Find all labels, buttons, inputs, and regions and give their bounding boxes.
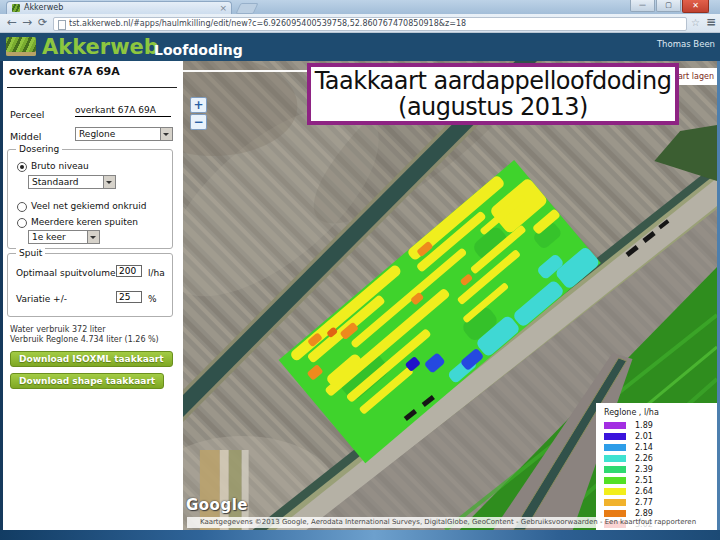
legend-row: 2.26	[604, 453, 717, 464]
legend-value: 2.14	[635, 443, 653, 452]
refresh-icon[interactable]: ⟳	[38, 16, 47, 29]
tab-close-icon[interactable]: ×	[219, 2, 227, 14]
keer-select[interactable]: 1e keer	[28, 230, 100, 244]
screenshot-stage: Akkerweb × — ▢ ✕ ← → ⟳ tst.akkerweb.nl/#…	[0, 0, 720, 540]
volume-unit: l/ha	[148, 268, 165, 278]
heading-divider	[7, 87, 177, 88]
middel-value: Reglone	[79, 129, 115, 139]
map-canvas[interactable]: Kaart lagen Taakkaart aardappelloofdodin…	[183, 61, 717, 530]
desktop-background-strip	[0, 530, 720, 540]
legend-value: 2.39	[635, 465, 653, 474]
window-maximize-button[interactable]: ▢	[656, 0, 681, 12]
content-area: overkant 67A 69A Perceel Middel Reglone …	[0, 61, 720, 530]
app-header: Akkerweb Loofdoding Thomas Been	[0, 33, 720, 61]
window-minimize-button[interactable]: —	[630, 0, 655, 12]
legend-value: 2.64	[635, 487, 653, 496]
forward-icon[interactable]: →	[22, 15, 32, 29]
radio-onkruid[interactable]	[17, 202, 27, 212]
legend-row: 2.51	[604, 475, 717, 486]
window-close-button[interactable]: ✕	[682, 0, 709, 13]
reglone-usage-text: Verbruik Reglone 4.734 liter (1.26 %)	[10, 335, 159, 344]
zoom-out-button[interactable]: −	[190, 114, 207, 130]
legend-title: Reglone , l/ha	[604, 408, 717, 417]
radio-onkruid-label[interactable]: Veel net gekiemd onkruid	[31, 201, 146, 211]
browser-toolbar: ← → ⟳ tst.akkerweb.nl/#apps/haulmkilling…	[0, 14, 720, 33]
dosering-legend: Dosering	[16, 144, 62, 154]
map-title-line1: Taakkaart aardappelloofdoding	[311, 68, 675, 94]
map-legend-rows: 1.892.012.142.262.392.512.642.772.893.02	[604, 420, 717, 530]
radio-meerdere-keren[interactable]	[17, 218, 27, 228]
radio-bruto-label[interactable]: Bruto niveau	[31, 161, 89, 171]
legend-value: 2.26	[635, 454, 653, 463]
parcel-heading: overkant 67A 69A	[9, 65, 120, 78]
back-icon[interactable]: ←	[7, 15, 17, 29]
browser-tab-strip: Akkerweb × — ▢ ✕	[0, 0, 720, 14]
keer-value: 1e keer	[32, 232, 66, 242]
spuit-fieldset: Spuit Optimaal spuitvolume l/ha Variatie…	[7, 253, 173, 317]
map-legend: Reglone , l/ha 1.892.012.142.262.392.512…	[596, 403, 717, 530]
tab-title: Akkerweb	[24, 3, 63, 12]
spuit-legend: Spuit	[16, 248, 45, 258]
new-tab-button[interactable]	[235, 3, 258, 14]
legend-value: 2.51	[635, 476, 653, 485]
zoom-control: + −	[190, 97, 207, 131]
volume-label: Optimaal spuitvolume	[16, 268, 115, 278]
chevron-down-icon[interactable]	[103, 176, 115, 188]
variatie-input[interactable]	[116, 291, 142, 303]
user-name[interactable]: Thomas Been	[657, 39, 715, 49]
google-logo[interactable]: Google	[186, 496, 248, 514]
legend-swatch	[604, 488, 626, 495]
legend-value: 1.89	[635, 421, 653, 430]
map-title-overlay: Taakkaart aardappelloofdoding (augustus …	[307, 63, 679, 125]
legend-value: 2.01	[635, 432, 653, 441]
middel-select[interactable]: Reglone	[75, 127, 173, 141]
app-title: Loofdoding	[154, 42, 243, 58]
map-attribution[interactable]: Kaartgegevens ©2013 Google, Aerodata Int…	[187, 517, 709, 528]
legend-row: 2.01	[604, 431, 717, 442]
legend-row: 2.14	[604, 442, 717, 453]
legend-swatch	[604, 455, 626, 462]
legend-value: 2.77	[635, 498, 653, 507]
variatie-unit: %	[148, 294, 157, 304]
legend-swatch	[604, 444, 626, 451]
volume-input[interactable]	[116, 265, 142, 277]
legend-swatch	[604, 422, 626, 429]
zoom-in-button[interactable]: +	[190, 97, 207, 113]
address-bar[interactable]: tst.akkerweb.nl/#apps/haulmkilling/edit/…	[53, 17, 687, 31]
dosering-fieldset: Dosering Bruto niveau Standaard Veel net…	[7, 149, 173, 249]
download-shape-button[interactable]: Download shape taakkaart	[10, 373, 164, 389]
chevron-down-icon[interactable]	[87, 231, 99, 243]
perceel-input[interactable]	[75, 104, 171, 117]
legend-swatch	[604, 499, 626, 506]
perceel-label: Perceel	[10, 109, 44, 120]
akkerweb-favicon-icon	[12, 4, 20, 12]
legend-swatch	[604, 466, 626, 473]
browser-tab[interactable]: Akkerweb ×	[6, 1, 232, 14]
bookmark-star-icon[interactable]: ☆	[691, 17, 700, 28]
radio-meerdere-label[interactable]: Meerdere keren spuiten	[31, 217, 138, 227]
akkerweb-logo[interactable]	[6, 37, 36, 56]
legend-swatch	[604, 510, 626, 517]
legend-row: 1.89	[604, 420, 717, 431]
download-isoxml-button[interactable]: Download ISOXML taakkaart	[10, 351, 173, 367]
standaard-select[interactable]: Standaard	[28, 175, 116, 189]
sidebar-form: overkant 67A 69A Perceel Middel Reglone …	[3, 61, 183, 530]
radio-bruto-niveau[interactable]	[17, 162, 27, 172]
legend-swatch	[604, 477, 626, 484]
brand-title: Akkerweb	[42, 35, 159, 59]
legend-swatch	[604, 433, 626, 440]
browser-menu-icon[interactable]: ≡	[706, 15, 716, 29]
map-title-line2: (augustus 2013)	[311, 94, 675, 120]
middel-label: Middel	[10, 131, 41, 142]
map-top-divider	[183, 70, 309, 72]
legend-row: 2.64	[604, 486, 717, 497]
legend-row: 2.77	[604, 497, 717, 508]
url-text[interactable]: tst.akkerweb.nl/#apps/haulmkilling/edit/…	[69, 19, 682, 28]
chevron-down-icon[interactable]	[160, 128, 172, 140]
legend-row: 2.39	[604, 464, 717, 475]
page-icon	[58, 20, 66, 30]
water-usage-text: Water verbruik 372 liter	[10, 325, 106, 334]
variatie-label: Variatie +/-	[16, 294, 67, 304]
standaard-value: Standaard	[32, 177, 78, 187]
